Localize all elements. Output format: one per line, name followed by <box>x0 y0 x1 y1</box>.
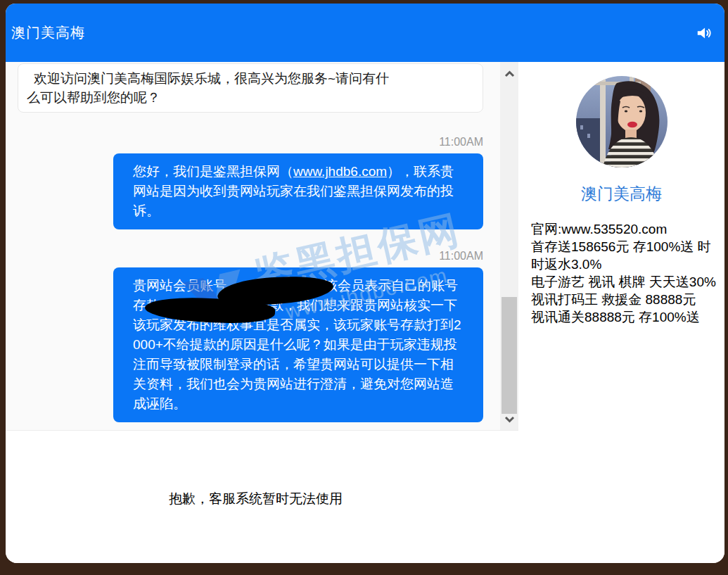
scroll-up-button[interactable] <box>500 65 518 82</box>
promo-line: 视讯通关88888元 存100%送 <box>531 308 717 326</box>
promo-block: 官网:www.535520.com 首存送158656元 存100%送 时 时返… <box>531 220 717 326</box>
outgoing-message-bubble: 您好，我们是鉴黑担保网（www.jhdb6.com），联系贵网站是因为收到贵网站… <box>113 153 483 229</box>
message-text: 么可以帮助到您的呢？ <box>27 88 474 107</box>
chat-message-area: 欢迎访问澳门美高梅国际娱乐城，很高兴为您服务~请问有什 么可以帮助到您的呢？ 1… <box>6 62 518 431</box>
window-title: 澳门美高梅 <box>11 23 85 42</box>
input-area-disabled: 抱歉，客服系统暂时无法使用 <box>6 431 724 563</box>
title-bar: 澳门美高梅 <box>6 4 724 62</box>
promo-line: 官网:www.535520.com <box>531 220 717 238</box>
incoming-message-bubble: 欢迎访问澳门美高梅国际娱乐城，很高兴为您服务~请问有什 么可以帮助到您的呢？ <box>18 63 483 113</box>
timestamp: 11:00AM <box>6 249 518 263</box>
message-text: 您好，我们是鉴黑担保网（ <box>133 164 293 179</box>
message-text: 贵网站会员账号 <box>133 278 226 293</box>
message-text: 欢迎访问澳门美高梅国际娱乐城，很高兴为您服务~请问有什 <box>27 69 474 88</box>
system-unavailable-notice: 抱歉，客服系统暂时无法使用 <box>169 490 343 508</box>
promo-line: 电子游艺 视讯 棋牌 天天送30% <box>531 273 717 291</box>
promo-line: 时返水3.0% <box>531 255 717 273</box>
chevron-up-icon <box>504 70 515 77</box>
jhdb6-link[interactable]: www.jhdb6.com <box>293 164 387 179</box>
agent-profile-panel: 澳门美高梅 官网:www.535520.com 首存送158656元 存100%… <box>518 62 724 431</box>
scrollbar-thumb[interactable] <box>502 297 517 414</box>
chat-window: 澳门美高梅 欢迎访问澳门美高梅国际娱乐城，很高兴为您服务~请问有什 么可以帮助到… <box>6 4 724 563</box>
timestamp: 11:00AM <box>6 135 518 149</box>
chevron-down-icon <box>504 416 515 423</box>
avatar <box>576 76 668 168</box>
chat-scrollbar[interactable] <box>500 62 518 430</box>
agent-name: 澳门美高梅 <box>518 183 724 205</box>
main-row: 欢迎访问澳门美高梅国际娱乐城，很高兴为您服务~请问有什 么可以帮助到您的呢？ 1… <box>6 62 724 431</box>
promo-line: 首存送158656元 存100%送 时 <box>531 238 717 255</box>
speaker-icon[interactable] <box>694 23 715 44</box>
scroll-down-button[interactable] <box>500 411 518 428</box>
outgoing-message-bubble: 贵网站会员账号，该会员表示自己的账号存款不给提款，我们想来跟贵网站核实一下该玩家… <box>113 267 483 422</box>
promo-line: 视讯打码王 救援金 88888元 <box>531 291 717 308</box>
